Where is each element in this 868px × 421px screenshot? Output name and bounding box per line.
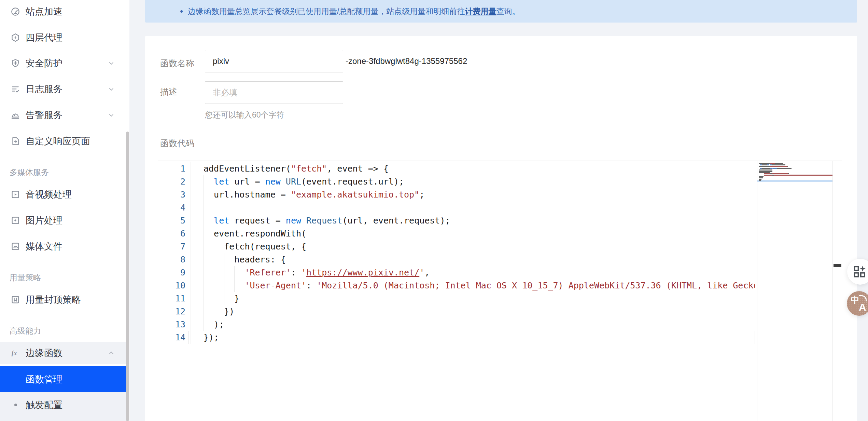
sidebar-item-label: 安全防护: [26, 57, 62, 69]
notice-bar: • 边缘函数用量总览展示套餐级别已使用用量/总配额用量，站点级用量和明细前往计费…: [145, 0, 857, 23]
code-line: headers: {: [204, 253, 286, 266]
sidebar-item[interactable]: 媒体文件: [0, 236, 127, 257]
line-number: 12: [158, 305, 185, 318]
description-label: 描述: [160, 86, 177, 97]
sidebar-item-label: 图片处理: [26, 214, 62, 227]
sidebar-item[interactable]: 安全防护: [0, 53, 127, 73]
function-name-suffix: -zone-3fdbwglwt84g-1355975562: [346, 50, 467, 72]
image-processing-icon: [10, 215, 20, 226]
media-file-icon: [10, 241, 20, 252]
code-line: }: [204, 292, 239, 305]
notice-bullet: •: [180, 6, 183, 17]
alert-service-icon: [10, 110, 20, 120]
line-number: 13: [158, 318, 185, 331]
security-protection-icon: [10, 58, 20, 68]
sidebar-item-label: 音视频处理: [26, 188, 72, 201]
function-code-label: 函数代码: [160, 138, 194, 149]
sidebar-item[interactable]: 音视频处理: [0, 184, 127, 205]
line-number: 1: [158, 162, 185, 175]
code-line: let url = new URL(event.request.url);: [204, 175, 404, 188]
line-number: 5: [158, 214, 185, 227]
sidebar-item-label: 自定义响应页面: [26, 135, 90, 147]
sidebar-item-label: 用量封顶策略: [26, 294, 81, 306]
layer4-proxy-icon: [10, 32, 20, 43]
function-name-label: 函数名称: [160, 58, 194, 69]
code-line: let request = new Request(url, event.req…: [204, 214, 450, 227]
sidebar-item[interactable]: 告警服务: [0, 105, 127, 125]
sidebar-section-header: 用量策略: [10, 271, 41, 284]
usage-cap-icon: [10, 295, 20, 305]
floating-dock: 中 A: [843, 254, 868, 329]
chevron-up-icon: [108, 350, 115, 356]
code-line: 'Referer': 'https://www.pixiv.net/',: [204, 266, 430, 279]
line-number: 6: [158, 227, 185, 240]
grid-sparkle-icon: [853, 264, 868, 279]
log-service-icon: [10, 84, 20, 94]
sidebar-item[interactable]: 四层代理: [0, 27, 127, 48]
code-line: event.respondWith(: [204, 227, 306, 240]
minimap-slider[interactable]: [757, 180, 832, 182]
code-area[interactable]: addEventListener("fetch", event => { let…: [158, 161, 755, 421]
sidebar-item[interactable]: fx边缘函数: [0, 342, 127, 364]
translate-icon: 中: [851, 294, 859, 305]
code-line: 'User-Agent': 'Mozilla/5.0 (Macintosh; I…: [204, 279, 755, 292]
code-line: );: [204, 318, 224, 331]
line-number: 4: [158, 201, 185, 214]
sidebar-item-label: 函数管理: [26, 373, 62, 385]
sidebar-item[interactable]: 图片处理: [0, 210, 127, 231]
sidebar-section-header: 高级能力: [10, 324, 41, 338]
code-editor[interactable]: addEventListener("fetch", event => { let…: [158, 161, 842, 421]
chevron-down-icon: [108, 86, 115, 93]
notice-text-after: 查询。: [496, 6, 520, 17]
line-number: 14: [158, 331, 185, 344]
notice-text: 边缘函数用量总览展示套餐级别已使用用量/总配额用量，站点级用量和明细前往: [188, 6, 465, 17]
description-char-hint: 您还可以输入60个字符: [205, 110, 284, 120]
line-number: 7: [158, 240, 185, 253]
sidebar-item-label: 站点加速: [26, 5, 62, 18]
sidebar-item-label: 媒体文件: [26, 240, 62, 253]
sidebar-item[interactable]: 函数管理: [0, 366, 127, 392]
code-line: url.hostname = "example.akatsukimio.top"…: [204, 188, 424, 201]
sidebar-item-label: 四层代理: [26, 31, 62, 44]
app-root: 站点加速四层代理安全防护日志服务告警服务自定义响应页面多媒体服务音视频处理图片处…: [0, 0, 868, 421]
code-line: addEventListener("fetch", event => {: [204, 162, 389, 175]
edge-function-icon: fx: [10, 348, 20, 358]
svg-text:fx: fx: [12, 349, 17, 356]
description-input[interactable]: [205, 81, 343, 104]
code-line: });: [204, 331, 219, 344]
code-line: fetch(request, {: [204, 240, 306, 253]
sidebar-item[interactable]: 站点加速: [0, 1, 127, 22]
function-name-input[interactable]: [205, 50, 343, 72]
overview-cursor-marker: [834, 264, 841, 267]
sidebar-item-label: 告警服务: [26, 109, 62, 121]
sidebar-item[interactable]: 用量封顶策略: [0, 289, 127, 310]
sidebar-item[interactable]: 触发配置: [0, 395, 127, 415]
line-number: 11: [158, 292, 185, 305]
sidebar-section-header: 多媒体服务: [10, 165, 49, 179]
translate-button[interactable]: 中 A: [847, 291, 868, 316]
chevron-down-icon: [108, 60, 115, 67]
custom-response-page-icon: [10, 136, 20, 146]
sidebar-item[interactable]: 日志服务: [0, 79, 127, 99]
sidebar-item-label: 触发配置: [26, 399, 62, 411]
code-line: }): [204, 305, 234, 318]
editor-minimap[interactable]: [757, 161, 832, 421]
overview-ruler[interactable]: [832, 161, 842, 421]
gutter-separator: [191, 162, 191, 344]
chevron-down-icon: [108, 112, 115, 119]
line-number: 8: [158, 253, 185, 266]
toolbox-button[interactable]: [847, 259, 868, 285]
sidebar-item-label: 边缘函数: [26, 347, 62, 359]
av-processing-icon: [10, 189, 20, 200]
line-number: 2: [158, 175, 185, 188]
billing-usage-link[interactable]: 计费用量: [465, 6, 496, 17]
sidebar-scrollbar[interactable]: [126, 132, 129, 421]
sidebar-item[interactable]: 自定义响应页面: [0, 131, 127, 151]
line-number: 3: [158, 188, 185, 201]
line-number: 9: [158, 266, 185, 279]
site-acceleration-icon: [10, 6, 20, 17]
bullet-icon: [14, 404, 17, 406]
sidebar-item-label: 日志服务: [26, 83, 62, 95]
sidebar: 站点加速四层代理安全防护日志服务告警服务自定义响应页面多媒体服务音视频处理图片处…: [0, 0, 129, 421]
line-number: 10: [158, 279, 185, 292]
